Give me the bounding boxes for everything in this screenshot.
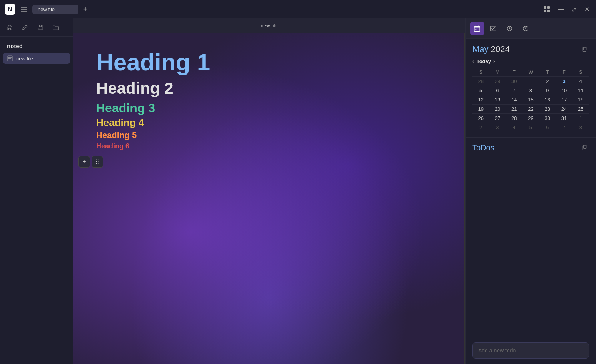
calendar-day[interactable]: 2 (539, 77, 556, 86)
svg-rect-8 (39, 28, 42, 30)
calendar-day[interactable]: 16 (539, 95, 556, 105)
calendar-day[interactable]: 7 (556, 123, 572, 132)
todos-section: ToDos (466, 138, 596, 364)
svg-rect-11 (8, 58, 11, 59)
heading-2[interactable]: Heading 2 (96, 79, 442, 98)
home-btn[interactable] (5, 22, 15, 32)
panel-clock-btn[interactable] (503, 22, 516, 35)
calendar-day[interactable]: 5 (472, 86, 489, 95)
folder-btn[interactable] (51, 22, 61, 32)
calendar-day[interactable]: 30 (539, 114, 556, 123)
calendar-day[interactable]: 2 (472, 123, 489, 132)
block-add-btn[interactable]: + (78, 156, 90, 168)
heading-6[interactable]: Heading 6 (96, 142, 442, 151)
calendar-day[interactable]: 28 (506, 114, 523, 123)
calendar-day[interactable]: 7 (506, 86, 523, 95)
calendar-day[interactable]: 8 (573, 123, 589, 132)
calendar-copy-btn[interactable] (580, 45, 589, 54)
calendar-day[interactable]: 10 (556, 86, 572, 95)
calendar-day[interactable]: 13 (489, 95, 506, 105)
right-panel: May 2024 ‹ Today › S (465, 18, 596, 364)
heading-5[interactable]: Heading 5 (96, 130, 442, 140)
active-tab[interactable]: new file (32, 5, 78, 14)
save-btn[interactable] (35, 22, 45, 32)
editor-tab-label: new file (260, 23, 277, 28)
calendar-day[interactable]: 25 (573, 105, 589, 114)
sidebar-toggle-btn[interactable] (18, 4, 29, 15)
calendar-day[interactable]: 20 (489, 105, 506, 114)
editor-body[interactable]: + ⠿ Heading 1 Heading 2 Heading 3 Headin… (73, 33, 465, 364)
add-tab-btn[interactable]: + (80, 4, 91, 15)
svg-rect-1 (21, 9, 27, 10)
today-btn[interactable]: Today (477, 58, 491, 64)
grid-view-btn[interactable] (541, 4, 552, 15)
calendar-day[interactable]: 29 (489, 77, 506, 86)
panel-checklist-btn[interactable] (486, 22, 500, 35)
calendar-day[interactable]: 18 (573, 95, 589, 105)
edit-btn[interactable] (20, 22, 30, 32)
calendar-day[interactable]: 3 (489, 123, 506, 132)
next-month-btn[interactable]: › (493, 58, 495, 64)
panel-calendar-btn[interactable] (470, 22, 484, 35)
svg-rect-0 (21, 7, 27, 8)
todo-input[interactable] (472, 342, 589, 359)
calendar-day[interactable]: 24 (556, 105, 572, 114)
calendar-day[interactable]: 17 (556, 95, 572, 105)
close-btn[interactable]: ✕ (582, 5, 591, 14)
cal-dow-mon: M (489, 68, 506, 77)
calendar-day[interactable]: 21 (506, 105, 523, 114)
calendar-day[interactable]: 31 (556, 114, 572, 123)
svg-rect-2 (21, 11, 27, 12)
calendar-day[interactable]: 9 (539, 86, 556, 95)
app-logo: N (5, 4, 15, 15)
calendar-day[interactable]: 28 (472, 77, 489, 86)
cal-dow-thu: T (539, 68, 556, 77)
calendar-day[interactable]: 26 (472, 114, 489, 123)
title-bar: N new file + — ⤢ ✕ (0, 0, 596, 18)
cal-dow-fri: F (556, 68, 572, 77)
heading-1[interactable]: Heading 1 (96, 48, 442, 76)
resize-handle[interactable] (464, 33, 465, 364)
calendar-day[interactable]: 14 (506, 95, 523, 105)
panel-help-btn[interactable] (519, 22, 533, 35)
calendar-day[interactable]: 1 (573, 114, 589, 123)
calendar-month: May (472, 44, 489, 54)
heading-4[interactable]: Heading 4 (96, 117, 442, 129)
calendar-day[interactable]: 4 (506, 123, 523, 132)
calendar-day[interactable]: 15 (523, 95, 539, 105)
main-layout: noted new file new file + ⠿ He (0, 18, 596, 364)
cal-dow-wed: W (523, 68, 539, 77)
cal-dow-sun: S (472, 68, 489, 77)
svg-rect-6 (547, 10, 550, 12)
heading-3[interactable]: Heading 3 (96, 101, 442, 115)
calendar-day[interactable]: 23 (539, 105, 556, 114)
calendar-day[interactable]: 27 (489, 114, 506, 123)
calendar-day[interactable]: 8 (523, 86, 539, 95)
minimize-btn[interactable]: — (556, 5, 565, 14)
calendar-day[interactable]: 30 (506, 77, 523, 86)
cal-dow-sat: S (573, 68, 589, 77)
block-drag-btn[interactable]: ⠿ (92, 156, 103, 168)
calendar-day[interactable]: 4 (573, 77, 589, 86)
prev-month-btn[interactable]: ‹ (472, 58, 474, 64)
todos-header: ToDos (472, 143, 589, 152)
calendar-day[interactable]: 3 (556, 77, 572, 86)
calendar-day[interactable]: 22 (523, 105, 539, 114)
todos-copy-btn[interactable] (580, 143, 589, 152)
maximize-btn[interactable]: ⤢ (569, 5, 578, 14)
tab-bar: new file + (32, 4, 538, 15)
svg-rect-7 (38, 25, 43, 30)
calendar-day[interactable]: 5 (523, 123, 539, 132)
calendar-day[interactable]: 19 (472, 105, 489, 114)
sidebar-note-item[interactable]: new file (3, 53, 70, 64)
calendar-title: May 2024 (472, 44, 510, 54)
svg-rect-12 (474, 27, 480, 32)
calendar-day[interactable]: 11 (573, 86, 589, 95)
sidebar-toolbar (0, 18, 73, 37)
calendar-day[interactable]: 6 (489, 86, 506, 95)
calendar-day[interactable]: 29 (523, 114, 539, 123)
calendar-header: May 2024 (472, 44, 589, 54)
calendar-day[interactable]: 6 (539, 123, 556, 132)
calendar-day[interactable]: 1 (523, 77, 539, 86)
calendar-day[interactable]: 12 (472, 95, 489, 105)
